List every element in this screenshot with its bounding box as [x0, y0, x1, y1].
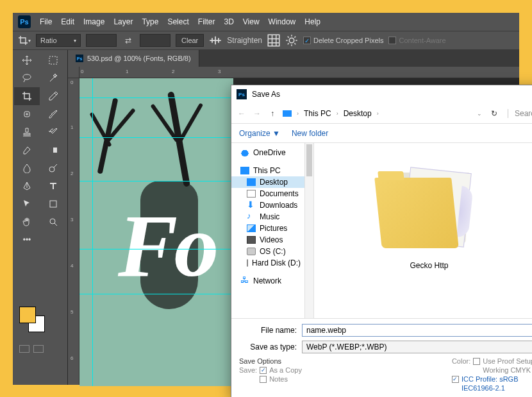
- marquee-tool[interactable]: [40, 51, 66, 69]
- straighten-label[interactable]: Straighten: [227, 36, 262, 45]
- stamp-tool[interactable]: [14, 123, 40, 141]
- ruler-vertical[interactable]: 0 1 2 3 4 5 6: [68, 78, 79, 385]
- ruler-horizontal[interactable]: 0 1 2 3: [79, 67, 519, 78]
- tree-scrollbar[interactable]: [305, 143, 314, 318]
- download-icon: ⬇: [247, 201, 256, 209]
- menu-filter[interactable]: Filter: [198, 17, 215, 26]
- menu-file[interactable]: File: [40, 17, 52, 26]
- guide[interactable]: [79, 294, 233, 294]
- chevron-down-icon[interactable]: ⌄: [477, 110, 482, 117]
- breadcrumb-thispc[interactable]: This PC: [304, 109, 331, 118]
- menu-layer[interactable]: Layer: [113, 17, 133, 26]
- breadcrumb-desktop[interactable]: Desktop: [344, 109, 372, 118]
- screen-mode[interactable]: [19, 345, 44, 353]
- filetype-select[interactable]: WebP (*.WEBP;*.WBP): [302, 341, 532, 353]
- icc-link[interactable]: ICC Profile: sRGB: [461, 375, 519, 383]
- nav-up-icon[interactable]: ↑: [267, 109, 278, 118]
- lasso-tool[interactable]: [14, 69, 40, 87]
- straighten-icon[interactable]: [209, 34, 222, 47]
- gradient-tool[interactable]: [40, 141, 66, 159]
- guide[interactable]: [79, 137, 233, 138]
- magic-wand-tool[interactable]: [40, 69, 66, 87]
- as-copy-checkbox[interactable]: [260, 367, 267, 374]
- swap-dimensions-icon[interactable]: ⇄: [122, 34, 135, 47]
- guide[interactable]: [92, 78, 93, 386]
- guide[interactable]: [79, 249, 233, 249]
- organize-menu[interactable]: Organize ▼: [239, 129, 280, 138]
- hand-tool[interactable]: [14, 213, 40, 231]
- document-tab[interactable]: Ps 530.psd @ 100% (Fonts, RGB/8): [68, 50, 199, 67]
- dodge-tool[interactable]: [40, 159, 66, 177]
- folder-geckohttp[interactable]: [378, 169, 481, 252]
- screenmode-icon[interactable]: [33, 345, 44, 353]
- proof-checkbox[interactable]: [473, 358, 480, 365]
- icc-link-2[interactable]: IEC61966-2.1: [461, 384, 505, 392]
- guide[interactable]: [79, 181, 233, 182]
- canvas[interactable]: Fo: [79, 78, 233, 386]
- history-brush-tool[interactable]: [40, 123, 66, 141]
- crop-height-input[interactable]: [140, 34, 170, 47]
- zoom-tool[interactable]: [40, 213, 66, 231]
- nav-back-icon[interactable]: ←: [237, 109, 247, 118]
- healing-brush-tool[interactable]: [14, 105, 40, 123]
- tree-thispc[interactable]: This PC: [231, 165, 304, 176]
- menu-select[interactable]: Select: [167, 17, 188, 26]
- crop-tool-main[interactable]: [14, 87, 40, 105]
- ruler-origin[interactable]: [68, 67, 79, 78]
- tree-onedrive[interactable]: OneDrive: [231, 147, 304, 158]
- menu-image[interactable]: Image: [83, 17, 104, 26]
- filename-input[interactable]: name.webp: [302, 324, 532, 337]
- svg-point-8: [50, 219, 55, 224]
- quickmask-icon[interactable]: [19, 345, 29, 353]
- tree-network[interactable]: 🖧Network: [231, 275, 304, 287]
- color-swatches[interactable]: [19, 307, 36, 323]
- nav-forward-icon[interactable]: →: [252, 109, 262, 118]
- edit-toolbar[interactable]: •••: [14, 231, 40, 249]
- delete-cropped-checkbox[interactable]: ✓Delete Cropped Pixels: [303, 37, 383, 44]
- shape-tool[interactable]: [40, 195, 66, 213]
- crop-width-input[interactable]: [86, 34, 117, 47]
- icc-checkbox[interactable]: [452, 376, 459, 383]
- clear-button[interactable]: Clear: [176, 34, 204, 47]
- eyedropper-tool[interactable]: [40, 87, 66, 105]
- menu-edit[interactable]: Edit: [61, 17, 74, 26]
- tree-osc[interactable]: OS (C:): [231, 246, 304, 257]
- path-select-tool[interactable]: [14, 195, 40, 213]
- canvas-text: Fo: [118, 194, 215, 297]
- blur-tool[interactable]: [14, 159, 40, 177]
- crop-preset-select[interactable]: Ratio▾: [36, 34, 81, 47]
- new-folder-button[interactable]: New folder: [292, 129, 328, 138]
- refresh-icon[interactable]: ↻: [491, 109, 497, 118]
- content-aware-checkbox[interactable]: Content-Aware: [388, 37, 445, 44]
- menu-type[interactable]: Type: [142, 17, 158, 26]
- tree-videos[interactable]: Videos: [231, 234, 304, 246]
- notes-checkbox[interactable]: [260, 376, 267, 383]
- tree-pictures[interactable]: Pictures: [231, 223, 304, 234]
- menu-3d[interactable]: 3D: [224, 17, 233, 26]
- pen-tool[interactable]: [14, 177, 40, 195]
- svg-rect-7: [50, 201, 56, 207]
- tree-documents[interactable]: Documents: [231, 188, 304, 199]
- crop-tool-icon[interactable]: ▾: [18, 34, 31, 47]
- tree-downloads[interactable]: ⬇Downloads: [231, 199, 304, 211]
- menu-view[interactable]: View: [243, 17, 260, 26]
- tree-hdd[interactable]: Hard Disk (D:): [231, 257, 304, 269]
- document-tab-label: 530.psd @ 100% (Fonts, RGB/8): [87, 55, 191, 62]
- tree-music[interactable]: ♪Music: [231, 211, 304, 223]
- tree-desktop[interactable]: Desktop: [231, 176, 304, 188]
- brush-tool[interactable]: [40, 105, 66, 123]
- move-tool[interactable]: [14, 51, 40, 69]
- menu-help[interactable]: Help: [304, 17, 320, 26]
- type-tool[interactable]: [40, 177, 66, 195]
- explorer-content[interactable]: Gecko Http: [314, 143, 532, 318]
- crop-settings-icon[interactable]: [285, 34, 298, 47]
- eraser-tool[interactable]: [14, 141, 40, 159]
- search-input[interactable]: Search: [508, 109, 532, 118]
- overlay-grid-icon[interactable]: [267, 34, 280, 47]
- menubar: Ps File Edit Image Layer Type Select Fil…: [13, 13, 519, 31]
- dialog-titlebar[interactable]: Ps Save As: [231, 85, 532, 103]
- scrollbar-thumb[interactable]: [306, 144, 312, 176]
- foreground-color[interactable]: [19, 307, 36, 323]
- guide[interactable]: [79, 97, 233, 98]
- menu-window[interactable]: Window: [269, 17, 296, 26]
